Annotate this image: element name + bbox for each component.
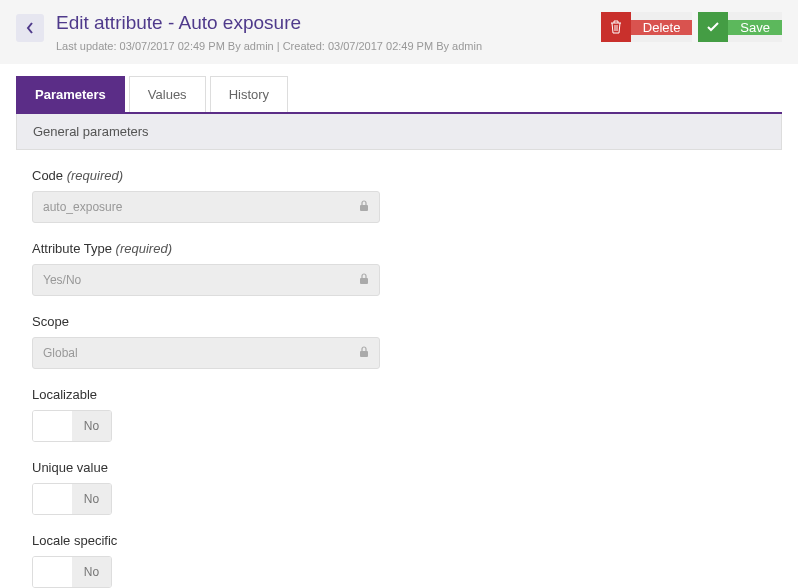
field-unique-value: Unique value No xyxy=(32,460,766,515)
code-label: Code (required) xyxy=(32,168,766,183)
unique-toggle[interactable]: No xyxy=(32,483,112,515)
form-content: Code (required) auto_exposure Attribute … xyxy=(16,150,782,588)
type-input: Yes/No xyxy=(32,264,380,296)
trash-icon xyxy=(601,12,631,42)
lock-icon xyxy=(359,346,369,361)
field-scope: Scope Global xyxy=(32,314,766,369)
field-attribute-type: Attribute Type (required) Yes/No xyxy=(32,241,766,296)
localizable-label: Localizable xyxy=(32,387,766,402)
svg-rect-0 xyxy=(360,205,368,211)
svg-rect-1 xyxy=(360,278,368,284)
lock-icon xyxy=(359,273,369,288)
save-button[interactable]: Save xyxy=(698,12,782,42)
code-value: auto_exposure xyxy=(43,200,359,214)
toggle-no: No xyxy=(72,557,111,587)
page-header: Edit attribute - Auto exposure Last upda… xyxy=(0,0,798,64)
field-code: Code (required) auto_exposure xyxy=(32,168,766,223)
type-value: Yes/No xyxy=(43,273,359,287)
field-localizable: Localizable No xyxy=(32,387,766,442)
meta-info: Last update: 03/07/2017 02:49 PM By admi… xyxy=(56,40,601,52)
locale-specific-label: Locale specific xyxy=(32,533,766,548)
toggle-no: No xyxy=(72,484,111,514)
lock-icon xyxy=(359,200,369,215)
tab-history[interactable]: History xyxy=(210,76,288,112)
unique-label: Unique value xyxy=(32,460,766,475)
toggle-blank xyxy=(33,557,72,587)
toggle-blank xyxy=(33,411,72,441)
type-label: Attribute Type (required) xyxy=(32,241,766,256)
chevron-left-icon xyxy=(26,22,34,34)
toggle-blank xyxy=(33,484,72,514)
title-block: Edit attribute - Auto exposure Last upda… xyxy=(56,12,601,52)
tabs: Parameters Values History xyxy=(16,64,782,114)
scope-label: Scope xyxy=(32,314,766,329)
code-input: auto_exposure xyxy=(32,191,380,223)
scope-value: Global xyxy=(43,346,359,360)
field-locale-specific: Locale specific No xyxy=(32,533,766,588)
save-label: Save xyxy=(728,20,782,35)
svg-rect-2 xyxy=(360,351,368,357)
header-actions: Delete Save xyxy=(601,12,782,42)
locale-specific-toggle[interactable]: No xyxy=(32,556,112,588)
back-button[interactable] xyxy=(16,14,44,42)
tab-values[interactable]: Values xyxy=(129,76,206,112)
section-general-header: General parameters xyxy=(16,114,782,150)
localizable-toggle[interactable]: No xyxy=(32,410,112,442)
check-icon xyxy=(698,12,728,42)
delete-label: Delete xyxy=(631,20,693,35)
toggle-no: No xyxy=(72,411,111,441)
delete-button[interactable]: Delete xyxy=(601,12,693,42)
scope-input: Global xyxy=(32,337,380,369)
page-title: Edit attribute - Auto exposure xyxy=(56,12,601,34)
tab-parameters[interactable]: Parameters xyxy=(16,76,125,112)
